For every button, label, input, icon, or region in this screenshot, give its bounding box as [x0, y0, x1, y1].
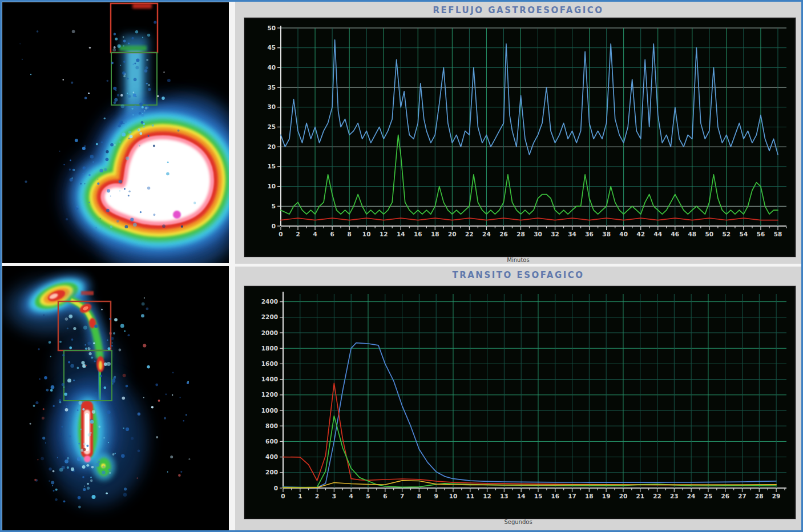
- svg-text:7: 7: [400, 493, 404, 499]
- svg-text:0: 0: [274, 485, 278, 491]
- svg-text:10: 10: [449, 493, 458, 499]
- svg-text:25: 25: [704, 493, 713, 499]
- svg-text:22: 22: [465, 231, 474, 237]
- svg-text:1400: 1400: [261, 376, 278, 382]
- svg-text:12: 12: [380, 231, 388, 237]
- svg-text:18: 18: [585, 493, 594, 499]
- transit-chart-graphic: 0123456789101112131415161718192021222324…: [245, 287, 794, 518]
- svg-text:18: 18: [431, 231, 439, 237]
- svg-text:2200: 2200: [261, 313, 278, 320]
- series-curva-roja: [281, 218, 778, 220]
- svg-text:30: 30: [267, 103, 276, 110]
- svg-text:4: 4: [313, 231, 317, 237]
- svg-text:20: 20: [619, 493, 628, 499]
- svg-text:15: 15: [267, 163, 276, 170]
- svg-text:30: 30: [534, 231, 542, 237]
- grid: [283, 294, 786, 488]
- svg-text:56: 56: [757, 231, 765, 237]
- svg-text:8: 8: [347, 231, 351, 237]
- transit-chart-box: 0123456789101112131415161718192021222324…: [244, 286, 796, 519]
- svg-text:24: 24: [482, 231, 491, 237]
- svg-text:21: 21: [636, 493, 644, 499]
- gastric-scintigraphy-image: [2, 2, 229, 263]
- svg-text:19: 19: [602, 493, 611, 499]
- svg-text:32: 32: [551, 231, 559, 237]
- svg-text:27: 27: [738, 493, 746, 499]
- svg-text:22: 22: [653, 493, 661, 499]
- svg-text:1: 1: [298, 493, 302, 499]
- svg-text:54: 54: [740, 231, 748, 237]
- svg-text:4: 4: [349, 493, 353, 499]
- axis-ticks-and-labels: 0123456789101112131415161718192021222324…: [261, 298, 785, 499]
- svg-text:29: 29: [772, 493, 781, 499]
- reflux-chart-box: 0246810121416182022242628303234363840424…: [244, 18, 796, 257]
- svg-text:24: 24: [687, 493, 696, 499]
- series-curva-roja: [283, 383, 776, 485]
- svg-text:20: 20: [267, 143, 276, 150]
- transit-x-axis-label: Segundos: [235, 519, 801, 525]
- svg-text:5: 5: [366, 493, 370, 499]
- svg-text:34: 34: [568, 231, 576, 237]
- figure: REFLUJO GASTROESOFAGICO 0246810121416182…: [0, 0, 803, 532]
- svg-text:8: 8: [417, 493, 421, 499]
- transit-chart-title: TRANSITO ESOFAGICO: [235, 267, 801, 280]
- series-group: [281, 40, 778, 220]
- reflux-chart-title: REFLUJO GASTROESOFAGICO: [235, 2, 801, 15]
- svg-text:600: 600: [265, 438, 278, 445]
- svg-text:48: 48: [688, 231, 697, 237]
- series-curva-azul: [281, 40, 778, 155]
- svg-text:45: 45: [267, 44, 276, 51]
- reflux-chart-graphic: 0246810121416182022242628303234363840424…: [245, 19, 794, 256]
- svg-text:0: 0: [272, 223, 276, 229]
- svg-text:14: 14: [517, 493, 526, 499]
- esophageal-scintigraphy-image: [2, 266, 229, 530]
- svg-text:35: 35: [267, 84, 276, 91]
- svg-text:26: 26: [721, 493, 729, 499]
- svg-text:2: 2: [296, 231, 300, 237]
- svg-text:14: 14: [397, 231, 405, 237]
- gastric-scintigram-graphic: [2, 2, 229, 263]
- svg-text:26: 26: [499, 231, 508, 237]
- svg-text:40: 40: [619, 231, 628, 237]
- svg-text:25: 25: [267, 123, 276, 130]
- svg-text:9: 9: [434, 493, 438, 499]
- svg-text:40: 40: [267, 64, 276, 71]
- svg-text:1800: 1800: [261, 345, 278, 352]
- svg-text:6: 6: [383, 493, 387, 499]
- svg-text:42: 42: [636, 231, 645, 237]
- svg-text:46: 46: [671, 231, 679, 237]
- svg-text:2000: 2000: [261, 329, 278, 336]
- svg-text:36: 36: [585, 231, 594, 237]
- esophageal-scintigram-graphic: [2, 266, 229, 530]
- svg-text:13: 13: [500, 493, 509, 499]
- hotspot-magenta-dot: [173, 211, 181, 219]
- svg-text:28: 28: [755, 493, 764, 499]
- svg-text:12: 12: [483, 493, 491, 499]
- series-group: [283, 343, 776, 488]
- series-curva-azul: [283, 343, 776, 488]
- svg-text:11: 11: [466, 493, 474, 499]
- svg-text:28: 28: [516, 231, 525, 237]
- svg-text:50: 50: [705, 231, 714, 237]
- svg-text:1200: 1200: [261, 391, 278, 398]
- svg-text:2400: 2400: [261, 298, 278, 305]
- svg-text:52: 52: [723, 231, 731, 237]
- svg-text:58: 58: [774, 231, 782, 237]
- svg-text:2: 2: [315, 493, 319, 499]
- svg-text:800: 800: [265, 422, 278, 429]
- svg-text:17: 17: [568, 493, 576, 499]
- red-marker-smudge: [81, 291, 94, 295]
- reflux-x-axis-label: Minutos: [235, 257, 801, 263]
- svg-text:0: 0: [279, 231, 283, 237]
- svg-text:5: 5: [272, 203, 276, 209]
- svg-text:3: 3: [332, 493, 336, 499]
- svg-text:23: 23: [670, 493, 679, 499]
- svg-text:16: 16: [414, 231, 422, 237]
- svg-text:1600: 1600: [261, 360, 278, 367]
- svg-text:38: 38: [602, 231, 611, 237]
- svg-text:10: 10: [362, 231, 371, 237]
- svg-text:200: 200: [265, 469, 278, 475]
- svg-text:16: 16: [551, 493, 559, 499]
- svg-text:20: 20: [448, 231, 457, 237]
- svg-text:6: 6: [330, 231, 334, 237]
